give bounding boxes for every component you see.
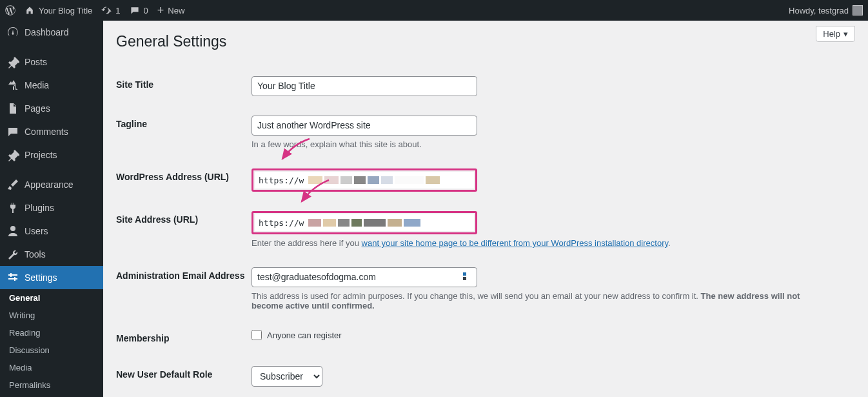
plug-icon (6, 201, 19, 214)
wrench-icon (6, 248, 19, 261)
site-url-label: Site Address (URL) (116, 201, 252, 258)
sidebar-item-media[interactable]: Media (0, 74, 103, 97)
submenu-discussion[interactable]: Discussion (0, 341, 103, 359)
admin-email-description: This address is used for admin purposes.… (252, 291, 832, 310)
admin-email-label: Administration Email Address (116, 258, 252, 320)
default-role-select[interactable]: Subscriber (252, 366, 322, 387)
sidebar-item-label: Plugins (25, 203, 54, 213)
wp-url-prefix: https://w (259, 176, 304, 185)
sidebar-item-label: Users (25, 226, 48, 236)
redaction-bars (308, 219, 420, 227)
sidebar-item-label: Comments (25, 127, 68, 137)
account-menu[interactable]: Howdy, testgrad (789, 5, 863, 15)
wp-url-highlight: https://w (252, 168, 477, 192)
site-title-label: Site Title (116, 66, 252, 106)
admin-bar: Your Blog Title 1 0 + New Howdy, testgra… (0, 0, 868, 21)
updates-link[interactable]: 1 (101, 5, 120, 15)
membership-label: Membership (116, 320, 252, 356)
sidebar-item-projects[interactable]: Projects (0, 143, 103, 167)
sidebar-item-posts[interactable]: Posts (0, 50, 103, 74)
submenu-media[interactable]: Media (0, 359, 103, 376)
site-url-description: Enter the address here if you want your … (252, 238, 832, 248)
membership-checkbox-row[interactable]: Anyone can register (252, 330, 849, 340)
tagline-description: In a few words, explain what this site i… (252, 139, 832, 149)
sidebar-item-settings[interactable]: Settings (0, 266, 103, 289)
pin-icon (6, 148, 19, 161)
settings-form: Site Title Tagline In a few words, expla… (116, 66, 855, 396)
media-icon (6, 79, 19, 92)
submenu-permalinks[interactable]: Permalinks (0, 376, 103, 394)
redaction-bars (308, 176, 440, 184)
tagline-label: Tagline (116, 106, 252, 159)
sidebar-item-plugins[interactable]: Plugins (0, 196, 103, 219)
comments-link[interactable]: 0 (130, 5, 148, 15)
sidebar-item-appearance[interactable]: Appearance (0, 173, 103, 196)
site-url-prefix: https://w (259, 218, 304, 228)
site-url-help-link[interactable]: want your site home page to be different… (362, 238, 668, 248)
updates-count: 1 (115, 6, 120, 15)
sidebar-item-label: Pages (25, 103, 50, 114)
sidebar-item-label: Appearance (25, 179, 74, 190)
sliders-icon (6, 271, 19, 284)
membership-checkbox-label: Anyone can register (267, 331, 342, 340)
submenu-writing[interactable]: Writing (0, 307, 103, 324)
sidebar-item-label: Projects (25, 150, 57, 160)
dropdown-caret-icon: ▾ (843, 29, 848, 39)
help-label: Help (823, 29, 840, 39)
brush-icon (6, 178, 19, 191)
pin-icon (6, 56, 19, 68)
site-url-highlight: https://w (252, 211, 477, 234)
wp-url-input[interactable]: https://w (255, 172, 474, 188)
sidebar-item-comments[interactable]: Comments (0, 120, 103, 143)
sidebar-item-tools[interactable]: Tools (0, 243, 103, 266)
tagline-input[interactable] (252, 116, 477, 136)
main-content: Help ▾ General Settings Site Title Tagli… (103, 21, 868, 397)
sidebar-item-label: Dashboard (25, 27, 69, 37)
membership-checkbox[interactable] (252, 330, 262, 340)
avatar-icon (853, 5, 863, 15)
site-url-input[interactable]: https://w (255, 214, 474, 231)
admin-sidebar: Dashboard Posts Media Pages Comments Pro… (0, 21, 103, 397)
site-title-text: Your Blog Title (39, 6, 92, 15)
new-content-link[interactable]: + New (157, 5, 185, 16)
comment-icon (6, 125, 19, 138)
help-tab[interactable]: Help ▾ (816, 26, 855, 42)
pages-icon (6, 102, 19, 115)
wp-url-label: WordPress Address (URL) (116, 159, 252, 201)
submenu-general[interactable]: General (0, 289, 103, 307)
password-manager-icon (463, 272, 473, 283)
sidebar-item-label: Media (25, 80, 49, 90)
page-title: General Settings (116, 27, 855, 66)
sidebar-item-pages[interactable]: Pages (0, 97, 103, 120)
sidebar-item-users[interactable]: Users (0, 219, 103, 243)
sidebar-item-label: Settings (25, 272, 57, 283)
new-label: New (168, 6, 184, 15)
default-role-label: New User Default Role (116, 356, 252, 396)
admin-email-input[interactable] (252, 267, 477, 287)
dashboard-icon (6, 26, 19, 39)
wordpress-logo[interactable] (5, 5, 15, 15)
submenu-reading[interactable]: Reading (0, 324, 103, 341)
settings-submenu: General Writing Reading Discussion Media… (0, 289, 103, 394)
plus-icon: + (157, 5, 164, 16)
comments-count: 0 (144, 6, 148, 15)
site-name-link[interactable]: Your Blog Title (25, 5, 92, 15)
sidebar-item-dashboard[interactable]: Dashboard (0, 21, 103, 44)
howdy-text: Howdy, testgrad (789, 6, 849, 15)
sidebar-item-label: Tools (25, 249, 46, 260)
site-title-input[interactable] (252, 76, 477, 96)
sidebar-item-label: Posts (25, 57, 47, 67)
user-icon (6, 225, 19, 238)
